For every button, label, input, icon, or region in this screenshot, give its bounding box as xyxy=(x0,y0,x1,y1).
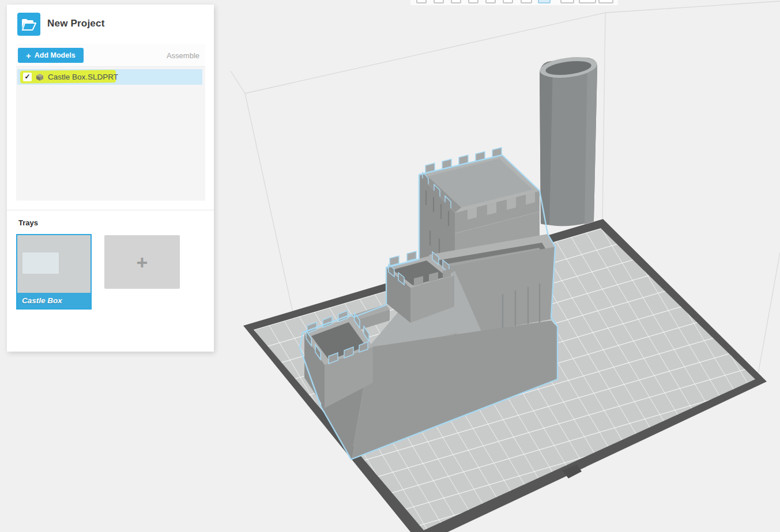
toolbar-icon-10[interactable] xyxy=(579,0,596,3)
tray-thumbnail xyxy=(17,235,91,293)
top-toolbar xyxy=(410,0,618,5)
cube-icon xyxy=(36,73,44,81)
toolbar-icon-9[interactable] xyxy=(560,0,574,3)
tray-thumbnail-silhouette xyxy=(22,252,59,274)
project-folder-icon xyxy=(17,13,40,36)
toolbar-icon-6[interactable] xyxy=(503,0,513,3)
models-list: + Add Models Assemble ✓ Castle Box.SLDPR… xyxy=(16,44,205,201)
add-models-label: Add Models xyxy=(35,51,76,59)
add-models-button[interactable]: + Add Models xyxy=(18,48,84,63)
toolbar-icon-4[interactable] xyxy=(468,0,478,3)
tray-card-castle-box[interactable]: Castle Box xyxy=(16,234,92,310)
toolbar-icon-8[interactable] xyxy=(538,0,551,3)
tube-tower-model[interactable] xyxy=(538,54,598,226)
plus-icon: + xyxy=(137,252,148,272)
model-checkbox[interactable]: ✓ xyxy=(23,73,32,81)
trays-heading: Trays xyxy=(18,218,38,227)
model-list-item[interactable]: ✓ Castle Box.SLDPRT xyxy=(17,69,202,85)
toolbar-icon-11[interactable] xyxy=(598,0,613,3)
toolbar-icon-1[interactable] xyxy=(416,0,427,3)
toolbar-icon-3[interactable] xyxy=(451,0,461,3)
toolbar-icon-5[interactable] xyxy=(485,0,496,3)
tray-label-bar: Castle Box xyxy=(17,293,91,308)
panel-divider xyxy=(7,210,214,210)
model-filename: Castle Box.SLDPRT xyxy=(48,73,118,81)
toolbar-icon-7[interactable] xyxy=(521,0,532,3)
page-title: New Project xyxy=(47,18,105,29)
plus-icon: + xyxy=(26,51,31,60)
assemble-label[interactable]: Assemble xyxy=(167,51,199,60)
models-list-header: + Add Models Assemble xyxy=(16,44,205,67)
tray-name: Castle Box xyxy=(22,296,62,305)
toolbar-icon-2[interactable] xyxy=(434,0,444,3)
project-panel: New Project + Add Models Assemble ✓ Cast… xyxy=(7,5,214,352)
add-tray-button[interactable]: + xyxy=(104,235,180,289)
